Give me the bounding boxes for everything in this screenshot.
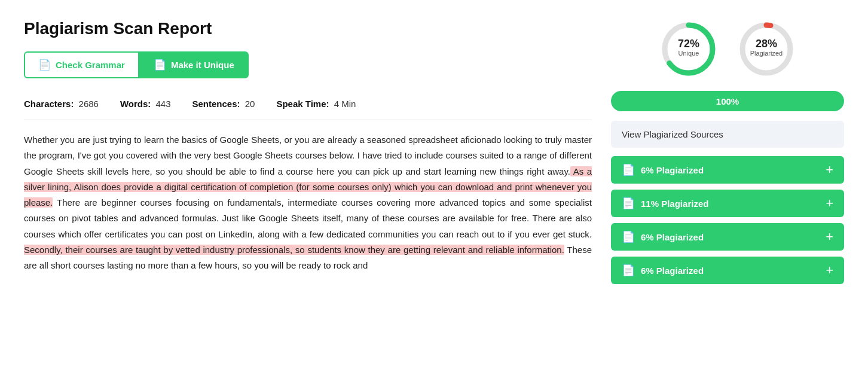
- make-unique-button[interactable]: 📄 Make it Unique: [139, 51, 249, 78]
- text-part2: There are beginner courses focusing on f…: [24, 197, 592, 239]
- sources-list: 📄 6% Plagiarized + 📄 11% Plagiarized + 📄…: [611, 156, 844, 284]
- source-item-2[interactable]: 📄 6% Plagiarized +: [611, 223, 844, 251]
- source-label-3: 6% Plagiarized: [641, 266, 704, 276]
- svg-text:Plagiarized: Plagiarized: [750, 50, 783, 57]
- source-item-left-2: 📄 6% Plagiarized: [622, 230, 704, 243]
- stat-sentences: Sentences: 20: [192, 99, 255, 109]
- svg-text:72%: 72%: [678, 38, 699, 50]
- source-item-3[interactable]: 📄 6% Plagiarized +: [611, 257, 844, 284]
- plagiarized-circle-svg: 28% Plagiarized: [736, 19, 796, 79]
- source-expand-icon-2[interactable]: +: [826, 230, 833, 243]
- highlight-text-2: Secondly, their courses are taught by ve…: [24, 245, 564, 255]
- progress-bar: 100%: [611, 91, 844, 111]
- source-doc-icon-1: 📄: [622, 197, 635, 210]
- source-item-left-3: 📄 6% Plagiarized: [622, 264, 704, 277]
- source-item-left-1: 📄 11% Plagiarized: [622, 197, 708, 210]
- progress-bar-row: 100%: [611, 91, 844, 111]
- view-sources-label: View Plagiarized Sources: [622, 129, 723, 139]
- progress-bar-text: 100%: [716, 96, 739, 106]
- circles-row: 72% Unique 28% Plagiarized: [611, 19, 844, 79]
- action-buttons: 📄 Check Grammar 📄 Make it Unique: [24, 51, 592, 78]
- plagiarized-circle-container: 28% Plagiarized: [736, 19, 796, 79]
- unique-circle-svg: 72% Unique: [659, 19, 719, 79]
- stat-characters: Characters: 2686: [24, 99, 99, 109]
- stat-speak-time: Speak Time: 4 Min: [276, 99, 356, 109]
- source-item-left-0: 📄 6% Plagiarized: [622, 163, 704, 176]
- source-doc-icon-0: 📄: [622, 163, 635, 176]
- check-grammar-icon: 📄: [38, 59, 51, 71]
- text-part1: Whether you are just trying to learn the…: [24, 135, 592, 176]
- make-unique-icon: 📄: [154, 59, 166, 71]
- left-panel: Plagiarism Scan Report 📄 Check Grammar 📄…: [24, 19, 592, 290]
- source-expand-icon-0[interactable]: +: [826, 163, 833, 176]
- source-expand-icon-1[interactable]: +: [826, 197, 833, 210]
- source-label-1: 11% Plagiarized: [641, 199, 708, 209]
- svg-text:28%: 28%: [756, 38, 777, 50]
- source-item-1[interactable]: 📄 11% Plagiarized +: [611, 190, 844, 217]
- source-expand-icon-3[interactable]: +: [826, 264, 833, 277]
- right-panel: 72% Unique 28% Plagiarized 100% V: [611, 19, 844, 290]
- source-doc-icon-3: 📄: [622, 264, 635, 277]
- svg-text:Unique: Unique: [678, 50, 699, 57]
- stat-words: Words: 443: [120, 99, 171, 109]
- source-item-0[interactable]: 📄 6% Plagiarized +: [611, 156, 844, 184]
- source-label-2: 6% Plagiarized: [641, 232, 704, 242]
- page-title: Plagiarism Scan Report: [24, 19, 592, 38]
- stats-row: Characters: 2686 Words: 443 Sentences: 2…: [24, 92, 592, 120]
- content-text: Whether you are just trying to learn the…: [24, 132, 592, 273]
- source-doc-icon-2: 📄: [622, 230, 635, 243]
- check-grammar-button[interactable]: 📄 Check Grammar: [24, 51, 139, 78]
- view-plagiarized-sources-box[interactable]: View Plagiarized Sources: [611, 121, 844, 148]
- source-label-0: 6% Plagiarized: [641, 165, 704, 175]
- unique-circle-container: 72% Unique: [659, 19, 719, 79]
